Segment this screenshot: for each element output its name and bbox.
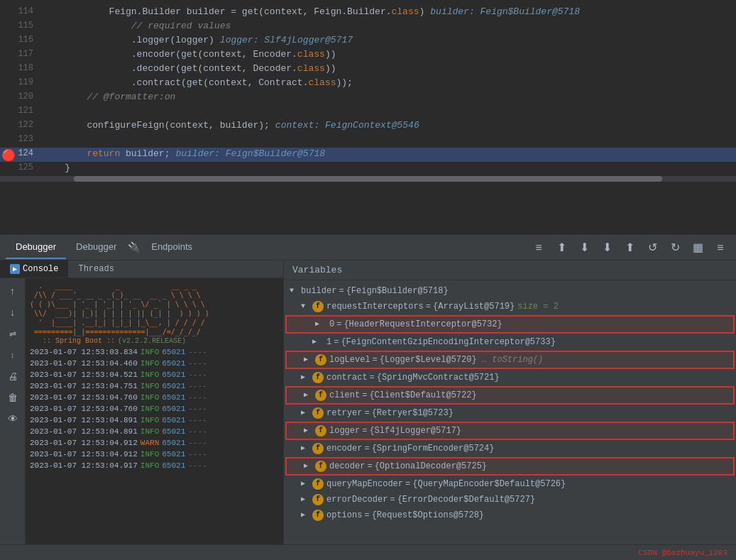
tab-debugger-2[interactable]: Debugger [66, 236, 126, 259]
code-line: 123 [0, 133, 736, 148]
status-bar: CSDN @bazhuayu_1203 [0, 544, 736, 560]
field-icon: f [315, 425, 326, 437]
line-number: 120 [0, 92, 39, 101]
debugger-panel: Debugger Debugger 🔌 Endpoints ≡ ⬆ ⬇ ⬇ ⬆ … [0, 234, 736, 554]
code-line: 120 // @formatter:on [0, 91, 736, 105]
tree-row-0[interactable]: ▶ 0 = {HeaderRequestInterceptor@5732} [285, 315, 735, 334]
scrollbar-thumb[interactable] [74, 176, 663, 182]
spring-banner: . ____ _ __ _ _ /\\ / ___'_ __ _ _(_)_ _… [30, 281, 279, 346]
toolbar-menu-btn[interactable]: ≡ [529, 238, 549, 258]
tree-row-builder[interactable]: ▼ builder = {Feign$Builder@5718} [284, 283, 736, 299]
code-line: 122 configureFeign(context, builder); co… [0, 119, 736, 133]
side-icon-eye[interactable]: 👁 [3, 409, 23, 429]
side-icon-scroll[interactable]: ↕ [3, 345, 23, 365]
log-entry: 2023-01-07 12:53:04.891INFO65021---- [30, 414, 279, 426]
toolbar-restart-btn[interactable]: ↺ [642, 238, 662, 258]
toolbar-step-over-btn[interactable]: ⬆ [551, 238, 571, 258]
horizontal-scrollbar[interactable] [0, 176, 736, 182]
toolbar-step-into-btn[interactable]: ⬇ [574, 238, 594, 258]
line-number: 122 [0, 120, 39, 130]
toolbar-step-out-btn[interactable]: ⬇ [597, 238, 617, 258]
field-icon: f [312, 494, 324, 505]
side-icon-print[interactable]: 🖨 [3, 366, 23, 386]
tree-row-contract[interactable]: ▶ f contract = {SpringMvcContract@5721} [284, 370, 736, 385]
tree-row-options[interactable]: ▶ f options = {Request$Options@5728} [284, 507, 736, 523]
line-number: 115 [0, 21, 39, 31]
expand-arrow: ▶ [304, 389, 315, 402]
field-icon: f [312, 478, 324, 490]
toolbar-run-btn[interactable]: ⬆ [620, 238, 639, 258]
log-entry: 2023-01-07 12:53:04.912WARN65021---- [30, 437, 279, 449]
spring-version: (v2.2.2.RELEASE) [118, 336, 186, 346]
code-line: 125 } [0, 162, 736, 176]
csdn-watermark: CSDN @bazhuayu_1203 [639, 549, 727, 557]
variables-header: Variables [284, 260, 736, 280]
log-entry: 2023-01-07 12:53:04.760INFO65021---- [30, 392, 279, 403]
tab-console[interactable]: ▶Console [0, 260, 68, 278]
spring-label: :: Spring Boot :: [30, 336, 115, 346]
line-number: 121 [0, 106, 39, 116]
code-line: 119 .contract(get(context, Contract.clas… [0, 77, 736, 91]
app-container: 114 Feign.Builder builder = get(context,… [0, 0, 736, 560]
side-icon-delete[interactable]: 🗑 [3, 388, 23, 407]
tree-row-logLevel[interactable]: ▶ f logLevel = {Logger$Level@5720} … toS… [285, 351, 735, 369]
log-entry: 2023-01-07 12:53:04.751INFO65021---- [30, 380, 279, 392]
code-line: 121 [0, 105, 736, 119]
expand-arrow: ▶ [301, 478, 312, 490]
tree-row-requestInterceptors[interactable]: ▼ f requestInterceptors = {ArrayList@571… [284, 299, 736, 314]
tree-row-logger[interactable]: ▶ f logger = {Slf4jLogger@5717} [285, 422, 735, 440]
line-number: 🔴 124 [0, 148, 39, 158]
toolbar-icons: ≡ ⬆ ⬇ ⬇ ⬆ ↺ ↻ ▦ ≡ [529, 238, 730, 258]
log-entry: 2023-01-07 12:53:04.912INFO65021---- [30, 449, 279, 460]
code-editor: 114 Feign.Builder builder = get(context,… [0, 0, 736, 234]
expand-arrow: ▶ [312, 336, 324, 348]
log-entry: 2023-01-07 12:53:04.917INFO65021---- [30, 460, 279, 471]
sub-tabs: ▶Console Threads [0, 260, 283, 278]
field-icon: f [312, 443, 324, 454]
field-icon: f [315, 390, 326, 401]
tree-row-queryMapEncoder[interactable]: ▶ f queryMapEncoder = {QueryMapEncoder$D… [284, 476, 736, 492]
toolbar-table-btn[interactable]: ▦ [688, 238, 708, 258]
expand-arrow: ▶ [315, 318, 326, 331]
line-number: 116 [0, 35, 39, 45]
field-icon: f [312, 372, 324, 383]
tree-row-client[interactable]: ▶ f client = {Client$Default@5722} [285, 386, 735, 405]
code-line-highlighted: 🔴 124 return builder; builder: Feign$Bui… [0, 148, 736, 162]
expand-arrow: ▶ [301, 509, 312, 522]
expand-arrow: ▶ [301, 442, 312, 455]
tree-row-retryer[interactable]: ▶ f retryer = {Retryer$1@5723} [284, 405, 736, 421]
field-icon: f [312, 510, 324, 521]
left-pane: ▶Console Threads ↑ ↓ ⇌ ↕ 🖨 🗑 👁 [0, 260, 284, 554]
line-number: 125 [0, 163, 39, 172]
side-icon-wrap[interactable]: ⇌ [3, 324, 23, 344]
tree-row-decoder[interactable]: ▶ f decoder = {OptionalDecoder@5725} [285, 457, 735, 476]
tree-row-errorDecoder[interactable]: ▶ f errorDecoder = {ErrorDecoder$Default… [284, 492, 736, 507]
expand-arrow: ▶ [301, 371, 312, 384]
expand-arrow: ▶ [301, 493, 312, 506]
toolbar-resume-btn[interactable]: ↻ [665, 238, 685, 258]
code-line: 117 .encoder(get(context, Encoder.class)… [0, 48, 736, 62]
log-entry: 2023-01-07 12:53:04.521INFO65021---- [30, 369, 279, 380]
side-icon-up[interactable]: ↑ [3, 281, 23, 301]
tab-debugger-1[interactable]: Debugger [6, 236, 66, 259]
tree-row-encoder[interactable]: ▶ f encoder = {SpringFormEncoder@5724} [284, 441, 736, 456]
line-number: 119 [0, 77, 39, 87]
expand-arrow: ▼ [290, 285, 301, 297]
variables-tree: ▼ builder = {Feign$Builder@5718} ▼ f req… [284, 280, 736, 554]
line-number: 114 [0, 6, 39, 16]
field-icon: f [312, 407, 324, 419]
tab-threads[interactable]: Threads [68, 260, 123, 278]
expand-arrow: ▶ [304, 353, 315, 366]
console-icon: ▶ [10, 264, 20, 274]
tab-endpoints[interactable]: Endpoints [141, 236, 202, 259]
debugger-toolbar: Debugger Debugger 🔌 Endpoints ≡ ⬆ ⬇ ⬇ ⬆ … [0, 235, 736, 260]
side-icon-down[interactable]: ↓ [3, 302, 23, 322]
log-entry: 2023-01-07 12:53:04.891INFO65021---- [30, 426, 279, 437]
code-line: 115 // required values [0, 20, 736, 34]
debugger-content: ▶Console Threads ↑ ↓ ⇌ ↕ 🖨 🗑 👁 [0, 260, 736, 554]
line-number: 118 [0, 63, 39, 73]
tree-row-1[interactable]: ▶ 1 = {FeignContentGzipEncodingIntercept… [284, 334, 736, 350]
field-icon: f [315, 461, 326, 472]
toolbar-layout-btn[interactable]: ≡ [710, 238, 730, 258]
expand-arrow: ▶ [304, 460, 315, 473]
